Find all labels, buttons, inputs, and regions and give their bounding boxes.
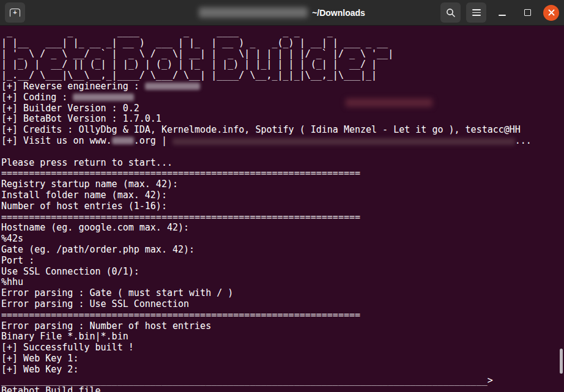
terminal-text: [+] Coding : bbox=[1, 92, 73, 103]
terminal-text: [+] Credits : OllyDbg & IDA, Kernelmode.… bbox=[1, 124, 521, 135]
terminal-text: Registry startup name (max. 42): bbox=[1, 179, 178, 190]
terminal-text: _ _ ____ _ ____ _ _ _ bbox=[1, 26, 393, 37]
terminal-text: Binary File *.bin|*.bin bbox=[1, 331, 128, 342]
terminal-line: ========================================… bbox=[1, 310, 564, 321]
terminal-screen[interactable]: _ _ ____ _ ____ _ _ _ | |__ ___| |_ __ _… bbox=[0, 26, 564, 392]
minimize-icon bbox=[499, 15, 506, 16]
menu-button[interactable] bbox=[466, 2, 486, 23]
terminal-text: ... bbox=[515, 135, 532, 146]
terminal-line: [+] Coding : bbox=[1, 92, 564, 103]
terminal-line: Use SSL Connection (0/1): bbox=[1, 267, 564, 278]
terminal-text: %42s bbox=[1, 233, 23, 244]
terminal-window: + ~/Downloads bbox=[0, 0, 564, 392]
terminal-text: Hostname (eg. google.com max. 42): bbox=[1, 222, 189, 233]
terminal-text: [+] Visit us on www. bbox=[1, 135, 112, 146]
terminal-line bbox=[1, 147, 564, 158]
terminal-text: ========================================… bbox=[1, 309, 360, 320]
terminal-text: | '_ \ / _ \ __/ _` | _ \ / _ \| __| | _… bbox=[1, 48, 393, 59]
terminal-text: [+] Successfully built ! bbox=[1, 342, 134, 353]
terminal-line: [+] Builder Version : 0.2 bbox=[1, 103, 564, 114]
redacted-text bbox=[112, 137, 134, 144]
terminal-text: [+] Reverse engineering : bbox=[1, 81, 145, 92]
terminal-text: [+] Builder Version : 0.2 bbox=[1, 103, 139, 114]
terminal-line: %hhu bbox=[1, 277, 564, 288]
terminal-line: Error parsing : Gate ( must start with /… bbox=[1, 288, 564, 299]
terminal-text: %hhu bbox=[1, 276, 23, 287]
terminal-line: Gate (eg. /path/order.php max. 42): bbox=[1, 245, 564, 256]
close-button[interactable] bbox=[543, 5, 559, 21]
terminal-text: ________________________________________… bbox=[1, 375, 493, 386]
terminal-line: Registry startup name (max. 42): bbox=[1, 179, 564, 190]
terminal-line: [+] Web Key 1: bbox=[1, 353, 564, 364]
redacted-text bbox=[145, 83, 200, 90]
terminal-line: ========================================… bbox=[1, 212, 564, 223]
ascii-art-line: |_.__/ \___|\__\__,_|____/ \___/ \__| |_… bbox=[1, 70, 564, 81]
terminal-line: [+] Successfully built ! bbox=[1, 342, 564, 353]
terminal-text: Please press return to start... bbox=[1, 157, 173, 168]
terminal-line: [+] Web Key 2: bbox=[1, 364, 564, 375]
terminal-text: Number of host entries (1-16): bbox=[1, 201, 167, 212]
terminal-line: %42s bbox=[1, 234, 564, 245]
terminal-text: Error parsing : Gate ( must start with /… bbox=[1, 287, 233, 298]
terminal-text: |_.__/ \___|\__\__,_|____/ \___/ \__| |_… bbox=[1, 70, 393, 81]
terminal-text: [+] Web Key 1: bbox=[1, 353, 78, 364]
terminal-text: Betabot Build file bbox=[1, 385, 101, 392]
scrollbar-thumb[interactable] bbox=[560, 349, 563, 374]
terminal-line: Hostname (eg. google.com max. 42): bbox=[1, 223, 564, 234]
terminal-text: | |_) | __/ || (_| | |_) | (_) | |_ | |_… bbox=[1, 59, 393, 70]
redacted-text bbox=[173, 138, 515, 145]
terminal-text: .org | bbox=[134, 135, 173, 146]
terminal-line: Install folder name (max. 42): bbox=[1, 190, 564, 201]
window-title: ~/Downloads bbox=[312, 8, 365, 18]
terminal-text: ========================================… bbox=[1, 168, 360, 179]
terminal-line: ========================================… bbox=[1, 168, 564, 179]
ascii-art-line: | '_ \ / _ \ __/ _` | _ \ / _ \| __| | _… bbox=[1, 49, 564, 60]
terminal-line: Port : bbox=[1, 256, 564, 267]
search-button[interactable] bbox=[440, 2, 461, 23]
maximize-button[interactable] bbox=[518, 2, 538, 23]
redacted-text bbox=[73, 94, 133, 101]
new-tab-button[interactable]: + bbox=[5, 2, 25, 23]
terminal-line: Betabot Build file bbox=[1, 386, 564, 392]
search-icon bbox=[446, 8, 456, 18]
terminal-text: ========================================… bbox=[1, 212, 360, 223]
terminal-text: Install folder name (max. 42): bbox=[1, 190, 167, 201]
terminal-text: [+] BetaBot Version : 1.7.0.1 bbox=[1, 113, 161, 124]
new-tab-icon: + bbox=[10, 9, 20, 17]
terminal-text: Port : bbox=[1, 255, 34, 266]
terminal-line: Number of host entries (1-16): bbox=[1, 201, 564, 212]
ascii-art-line: | |_) | __/ || (_| | |_) | (_) | |_ | |_… bbox=[1, 59, 564, 70]
window-titlebar: + ~/Downloads bbox=[0, 0, 564, 26]
terminal-line: [+] Visit us on www..org | ... bbox=[1, 136, 564, 147]
redacted-window-title bbox=[199, 7, 308, 18]
terminal-line: Binary File *.bin|*.bin bbox=[1, 331, 564, 342]
terminal-line: Please press return to start... bbox=[1, 158, 564, 169]
terminal-text: [+] Web Key 2: bbox=[1, 364, 78, 375]
terminal-line: ________________________________________… bbox=[1, 375, 564, 386]
terminal-line: Error parsing : Number of host entries bbox=[1, 321, 564, 332]
terminal-text: Error parsing : Use SSL Connection bbox=[1, 298, 189, 309]
hamburger-icon bbox=[472, 9, 481, 16]
terminal-text: Use SSL Connection (0/1): bbox=[1, 266, 139, 277]
terminal-line: [+] BetaBot Version : 1.7.0.1 bbox=[1, 114, 564, 125]
terminal-line: [+] Reverse engineering : bbox=[1, 81, 564, 92]
minimize-button[interactable] bbox=[492, 2, 512, 23]
terminal-line: Error parsing : Use SSL Connection bbox=[1, 299, 564, 310]
terminal-line: [+] Credits : OllyDbg & IDA, Kernelmode.… bbox=[1, 125, 564, 136]
terminal-text: Error parsing : Number of host entries bbox=[1, 320, 211, 331]
terminal-text: | |__ ___| |_ __ _| __ ) ___ | |_ | __ )… bbox=[1, 37, 393, 48]
redacted-art-text bbox=[346, 98, 432, 107]
terminal-text: Gate (eg. /path/order.php max. 42): bbox=[1, 244, 195, 255]
ascii-art-line: | |__ ___| |_ __ _| __ ) ___ | |_ | __ )… bbox=[1, 38, 564, 49]
ascii-art-line: _ _ ____ _ ____ _ _ _ bbox=[1, 27, 564, 38]
close-icon bbox=[548, 9, 555, 16]
maximize-icon bbox=[524, 9, 531, 16]
